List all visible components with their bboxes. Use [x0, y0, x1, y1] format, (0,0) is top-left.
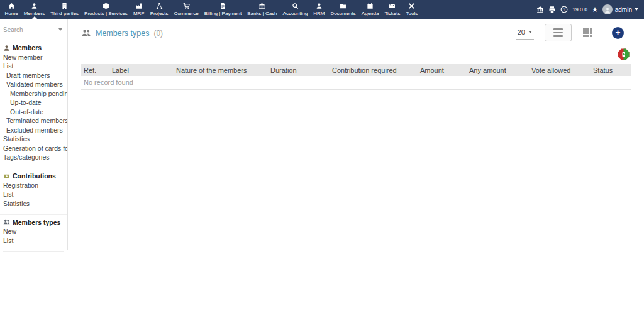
- top-menu-item[interactable]: HRM: [311, 0, 328, 19]
- sidebar-section-contributions: Contributions RegistrationListStatistics: [0, 168, 67, 209]
- table-column-header[interactable]: Nature of the members: [174, 64, 268, 76]
- top-menu-item-label: Projects: [150, 11, 169, 16]
- table-column-header[interactable]: Contribution required: [330, 64, 418, 76]
- sidebar-section-title: Members: [13, 44, 42, 52]
- sidebar-item[interactable]: Membership pending: [0, 89, 67, 99]
- sidebar-item[interactable]: Statistics: [0, 199, 67, 209]
- table-empty-row: No record found: [81, 76, 631, 89]
- table-column-header[interactable]: Status: [591, 64, 631, 76]
- sidebar-item[interactable]: Generation of cards for m...: [0, 144, 67, 153]
- page-size-select[interactable]: 20: [516, 26, 534, 40]
- empty-message: No record found: [81, 76, 631, 89]
- sidebar-item[interactable]: Statistics: [0, 135, 67, 144]
- top-menu-item[interactable]: Projects: [147, 0, 171, 19]
- top-menu-item[interactable]: Billing | Payment: [201, 0, 244, 19]
- top-menu-item[interactable]: Tools: [403, 0, 421, 19]
- sidebar-item[interactable]: Up-to-date: [0, 99, 67, 108]
- top-menu-item[interactable]: Tickets: [382, 0, 403, 19]
- top-menu-item[interactable]: Commerce: [171, 0, 201, 19]
- nav-icon: [8, 3, 15, 9]
- sidebar-item[interactable]: Registration: [0, 181, 67, 190]
- help-version-icon[interactable]: [560, 6, 568, 13]
- chevron-down-icon: [635, 8, 638, 11]
- sidebar-divider: [3, 251, 64, 252]
- top-menu-item-label: MRP: [133, 11, 145, 16]
- users-icon: [81, 28, 91, 38]
- sidebar-header-contributions[interactable]: Contributions: [0, 170, 67, 181]
- nav-icon: [31, 3, 38, 9]
- list-view-icon: [553, 28, 563, 37]
- top-menu-item[interactable]: Documents: [328, 0, 358, 19]
- sidebar-section-title: Contributions: [13, 172, 56, 180]
- sidebar-item[interactable]: Validated members: [0, 80, 67, 90]
- top-menu-item-label: Agenda: [362, 11, 379, 16]
- printer-icon[interactable]: [548, 6, 556, 13]
- search-input[interactable]: [3, 26, 55, 33]
- top-menu-item-label: HRM: [313, 11, 325, 16]
- bookmarks-star-icon[interactable]: [592, 6, 598, 13]
- nav-icon: [219, 3, 226, 9]
- sidebar-item[interactable]: New member: [0, 53, 67, 62]
- table-column-header[interactable]: Label: [109, 64, 174, 76]
- sidebar-item[interactable]: Excluded members: [0, 126, 67, 135]
- top-menu-item-label: Members: [24, 11, 45, 16]
- table-column-header[interactable]: Duration: [268, 64, 330, 76]
- chevron-down-icon: [528, 31, 532, 33]
- page-title[interactable]: Members types: [96, 29, 149, 38]
- top-menu-item[interactable]: Accounting: [280, 0, 311, 19]
- list-toolbar: 20: [516, 24, 624, 41]
- sidebar: Members New memberListDraft membersValid…: [0, 19, 68, 250]
- top-menu-item[interactable]: MRP: [130, 0, 147, 19]
- page-size-value: 20: [518, 28, 525, 36]
- topbar-right: 19.0.0 admin: [536, 0, 644, 19]
- nav-icon: [103, 3, 109, 9]
- pdf-badge-icon: [618, 48, 630, 60]
- sidebar-item[interactable]: Out-of-date: [0, 107, 67, 117]
- nav-icon: [316, 3, 323, 9]
- top-menu-item[interactable]: Banks | Cash: [245, 0, 280, 19]
- sidebar-item[interactable]: New: [0, 227, 67, 237]
- grid-view-button[interactable]: [574, 24, 601, 41]
- search-caret-icon[interactable]: [58, 28, 62, 31]
- page-title-row: Members types (0): [81, 28, 163, 38]
- member-types-table: Ref.LabelNature of the membersDurationCo…: [81, 64, 631, 90]
- user-name: admin: [615, 6, 632, 13]
- sidebar-item[interactable]: Terminated members: [0, 117, 67, 126]
- top-menu-item-label: Third-parties: [50, 11, 79, 16]
- users-icon: [3, 219, 10, 226]
- user-menu[interactable]: admin: [602, 4, 638, 14]
- table-column-header[interactable]: Vote allowed: [529, 64, 591, 76]
- avatar: [602, 4, 613, 14]
- nav-icon: [156, 3, 163, 9]
- list-view-button[interactable]: [545, 24, 572, 41]
- record-count: (0): [153, 29, 163, 38]
- top-menu-item[interactable]: Third-parties: [48, 0, 82, 19]
- top-menu-item[interactable]: Members: [21, 0, 47, 19]
- table-column-header[interactable]: Ref.: [81, 64, 109, 76]
- top-menu-item-label: Tickets: [384, 11, 400, 16]
- grid-view-icon: [583, 28, 593, 37]
- top-menu-item-label: Home: [5, 11, 18, 16]
- sidebar-item[interactable]: List: [0, 236, 67, 246]
- top-menu-item[interactable]: Products | Services: [82, 0, 131, 19]
- sidebar-item[interactable]: List: [0, 190, 67, 200]
- top-navbar: Home Members Third-parties Products | Se…: [0, 0, 644, 19]
- robot-icon[interactable]: [536, 6, 544, 13]
- version-label: 19.0.0: [572, 6, 587, 13]
- nav-icon: [367, 3, 374, 9]
- add-member-type-button[interactable]: [612, 27, 624, 39]
- user-icon: [604, 7, 611, 14]
- user-icon: [3, 45, 10, 52]
- sidebar-header-members[interactable]: Members: [0, 42, 67, 53]
- table-column-header[interactable]: Amount: [418, 64, 467, 76]
- sidebar-item[interactable]: Draft members: [0, 71, 67, 80]
- sidebar-items-contributions: RegistrationListStatistics: [0, 181, 67, 209]
- sidebar-section-members: Members New memberListDraft membersValid…: [0, 40, 67, 162]
- main-content: Members types (0) 20 Ref.LabelNature of …: [69, 19, 644, 321]
- sidebar-item[interactable]: List: [0, 62, 67, 72]
- sidebar-item[interactable]: Tags/categories: [0, 153, 67, 163]
- table-column-header[interactable]: Any amount: [467, 64, 529, 76]
- sidebar-header-members-types[interactable]: Members types: [0, 217, 67, 227]
- top-menu-item[interactable]: Agenda: [358, 0, 382, 19]
- top-menu-item[interactable]: Home: [2, 0, 21, 19]
